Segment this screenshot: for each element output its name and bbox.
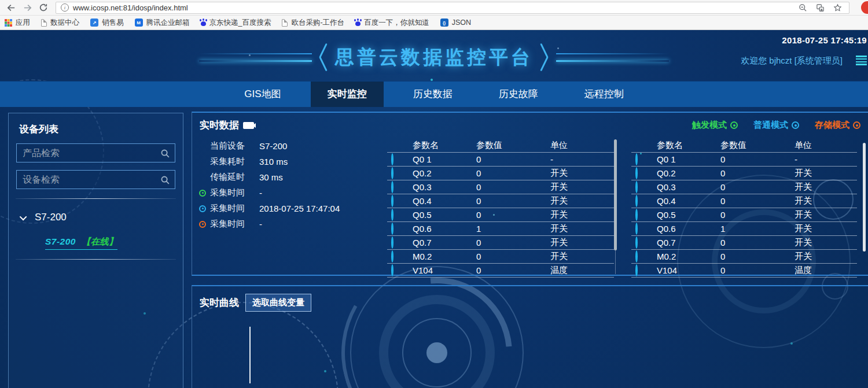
bookmark-item[interactable]: ↗销售易 xyxy=(90,18,124,28)
page-icon xyxy=(41,19,47,27)
target-dot-icon[interactable] xyxy=(635,153,638,165)
target-dot-icon[interactable] xyxy=(391,167,393,179)
bookmark-star-icon[interactable] xyxy=(833,3,842,12)
param-unit: 开关 xyxy=(795,182,857,193)
info-value: 30 ms xyxy=(259,172,283,182)
bookmark-item[interactable]: 数据中心 xyxy=(41,18,79,28)
bookmark-item[interactable]: 欧台采购-工作台 xyxy=(282,18,344,28)
mode-button-触发模式[interactable]: 触发模式 xyxy=(692,120,738,131)
target-dot-icon[interactable] xyxy=(391,223,393,235)
product-search-input[interactable] xyxy=(17,144,175,162)
target-dot-icon[interactable] xyxy=(635,209,638,221)
row-icon-cell xyxy=(387,224,413,234)
tab-远程控制[interactable]: 远程控制 xyxy=(568,82,641,107)
param-name: Q0.3 xyxy=(657,182,720,192)
platform-title-banner: 思普云数据监控平台 xyxy=(0,43,868,72)
target-dot-icon[interactable] xyxy=(391,250,393,263)
search-icon[interactable] xyxy=(160,149,170,158)
info-row: 采集时间2018-07-25 17:47:04 xyxy=(199,201,384,216)
tab-实时监控[interactable]: 实时监控 xyxy=(311,82,384,107)
table-row: Q0 10- xyxy=(387,153,614,167)
table-left-scrollbar[interactable] xyxy=(614,139,617,250)
bookmark-label: 京东快递_百度搜索 xyxy=(209,18,271,28)
target-dot-icon[interactable] xyxy=(391,237,393,249)
target-dot-icon[interactable] xyxy=(391,209,393,221)
mode-buttons: 触发模式普通模式存储模式 xyxy=(692,120,860,131)
target-dot-icon[interactable] xyxy=(635,167,638,179)
paw-icon xyxy=(355,21,361,26)
param-value: 0 xyxy=(720,196,795,206)
bookmark-item[interactable]: 应用 xyxy=(5,18,30,28)
panel-title-realtime-data: 实时数据 xyxy=(200,119,254,132)
url-text: www.icosp.net:81/idosp/index.html xyxy=(73,3,188,12)
param-unit: 开关 xyxy=(795,195,857,206)
param-name: Q0 1 xyxy=(413,154,476,164)
translate-icon[interactable] xyxy=(816,3,825,12)
target-dot-icon[interactable] xyxy=(391,153,393,165)
param-unit: 开关 xyxy=(795,223,857,234)
table-row: Q0.40开关 xyxy=(631,194,857,208)
column-header: 参数值 xyxy=(476,140,550,151)
target-dot-icon[interactable] xyxy=(391,195,393,207)
target-dot-icon[interactable] xyxy=(635,195,638,207)
circled-dot-icon xyxy=(792,121,799,129)
profile-avatar[interactable] xyxy=(861,1,868,14)
table-right-scrollbar[interactable] xyxy=(863,143,866,252)
back-icon[interactable] xyxy=(5,1,17,14)
search-icon[interactable] xyxy=(160,175,170,185)
param-name: M0.2 xyxy=(657,252,720,261)
param-value: 0 xyxy=(476,238,550,247)
site-info-icon[interactable]: i xyxy=(61,3,69,12)
bookmark-item[interactable]: 百度一下，你就知道 xyxy=(355,18,429,28)
tree-group-s7-200[interactable]: S7-200 xyxy=(21,212,183,223)
reload-icon[interactable] xyxy=(37,1,50,14)
param-name: Q0.5 xyxy=(657,210,720,220)
param-value: 0 xyxy=(476,182,550,192)
bookmark-item[interactable]: M腾讯企业邮箱 xyxy=(135,18,190,28)
info-row: 采集时间- xyxy=(199,185,384,201)
tab-历史故障[interactable]: 历史故障 xyxy=(482,82,555,107)
param-unit: 开关 xyxy=(795,251,857,262)
target-dot-icon[interactable] xyxy=(391,264,393,276)
bookmark-item[interactable]: {}JSON xyxy=(440,19,471,27)
param-table-right: 参数名参数值单位Q0 10-Q0.20开关Q0.30开关Q0.40开关Q0.50… xyxy=(631,139,857,278)
target-dot-icon[interactable] xyxy=(635,223,638,235)
app-page: 2018-07-25 17:45:19 欢迎您 bjhczt [系统管理员] 思… xyxy=(0,30,868,388)
url-field[interactable]: i www.icosp.net:81/idosp/index.html xyxy=(56,2,849,14)
title-deco-right xyxy=(556,53,669,62)
device-link-s7-200[interactable]: S7-200 【在线】 xyxy=(45,236,117,250)
param-name: Q0.2 xyxy=(657,168,720,178)
row-icon-cell xyxy=(387,168,413,178)
grid-icon-cell xyxy=(631,141,657,150)
param-value: 0 xyxy=(476,196,550,206)
row-icon-cell xyxy=(631,238,657,247)
target-dot-icon[interactable] xyxy=(391,181,393,193)
target-dot-icon[interactable] xyxy=(635,250,638,263)
bookmarks-bar: 应用数据中心↗销售易M腾讯企业邮箱京东快递_百度搜索欧台采购-工作台百度一下，你… xyxy=(0,16,868,30)
mode-button-存储模式[interactable]: 存储模式 xyxy=(815,120,860,131)
mode-button-普通模式[interactable]: 普通模式 xyxy=(753,120,799,131)
tab-GIS地图[interactable]: GIS地图 xyxy=(227,82,297,107)
bookmark-item[interactable]: 京东快递_百度搜索 xyxy=(201,18,271,28)
forward-icon[interactable] xyxy=(21,1,34,14)
param-value: 0 xyxy=(476,154,550,164)
row-icon-cell xyxy=(631,182,657,192)
row-icon-cell xyxy=(387,154,413,164)
target-dot-icon[interactable] xyxy=(635,237,638,249)
product-search-box xyxy=(16,143,175,162)
row-icon-cell xyxy=(631,252,657,261)
target-dot-icon[interactable] xyxy=(635,264,638,276)
select-curve-variable-button[interactable]: 选取曲线变量 xyxy=(245,294,311,312)
row-icon-cell xyxy=(387,252,413,261)
row-icon-cell xyxy=(387,182,413,192)
table-row: Q0.30开关 xyxy=(387,180,614,194)
device-search-input[interactable] xyxy=(17,171,175,189)
mail-icon: M xyxy=(135,19,143,27)
param-unit: 温度 xyxy=(550,265,614,276)
tab-历史数据[interactable]: 历史数据 xyxy=(396,82,469,107)
info-value: 2018-07-25 17:47:04 xyxy=(259,204,340,213)
zoom-icon[interactable] xyxy=(799,3,807,12)
target-dot-icon[interactable] xyxy=(635,181,638,193)
bookmark-label: 百度一下，你就知道 xyxy=(364,18,429,28)
video-camera-icon[interactable] xyxy=(243,122,254,129)
